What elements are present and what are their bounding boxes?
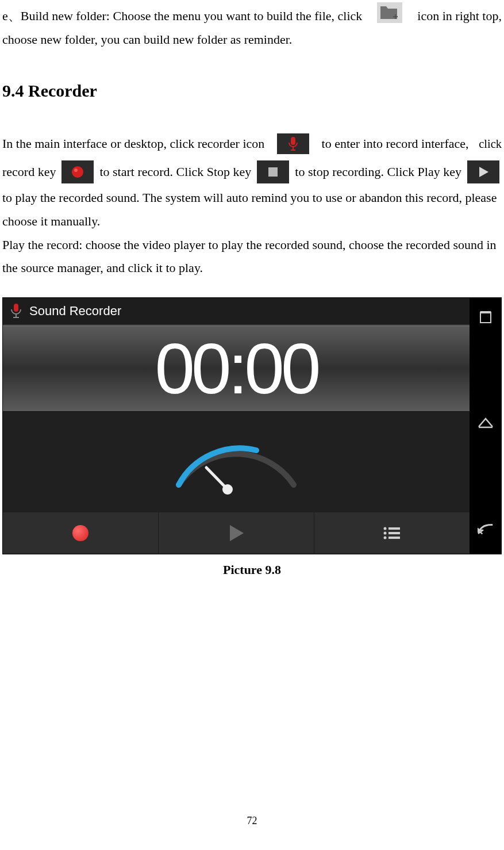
text: the source manager, and click it to play… — [2, 256, 502, 280]
play-icon — [228, 524, 245, 542]
list-button[interactable] — [314, 512, 470, 554]
svg-rect-22 — [480, 311, 491, 313]
record-button-icon — [61, 160, 94, 183]
recorder-paragraph: In the main interface or desktop, click … — [2, 131, 502, 280]
text: In the main interface or desktop, click … — [2, 131, 264, 157]
svg-rect-9 — [14, 304, 18, 312]
svg-rect-2 — [291, 137, 295, 145]
microphone-icon — [9, 303, 24, 320]
stop-button-icon — [257, 160, 289, 183]
text: to play the recorded sound. The system w… — [2, 186, 502, 210]
item-build-new-folder: e、Build new folder: Choose the menu you … — [2, 2, 502, 51]
svg-line-13 — [206, 468, 228, 489]
text: choose it manually. — [2, 210, 502, 233]
text: record key — [2, 158, 56, 187]
svg-rect-16 — [388, 527, 400, 530]
svg-point-6 — [74, 169, 78, 172]
figure-caption: Picture 9.8 — [2, 562, 502, 577]
text: Play the record: choose the video player… — [2, 233, 502, 257]
text: to enter into record interface, — [322, 131, 469, 157]
text: click — [479, 132, 502, 156]
controls-bar — [3, 512, 470, 554]
app-title: Sound Recorder — [29, 304, 121, 319]
text: choose new folder, you can build new fol… — [2, 28, 502, 52]
home-button[interactable] — [478, 415, 494, 431]
svg-rect-21 — [480, 312, 491, 323]
text: to start record. Click Stop key — [99, 158, 251, 187]
svg-point-15 — [384, 527, 387, 530]
vu-meter — [3, 412, 470, 512]
new-folder-icon — [377, 2, 402, 23]
svg-marker-8 — [479, 167, 488, 177]
page-number: 72 — [0, 815, 504, 827]
svg-marker-14 — [230, 525, 244, 541]
recent-apps-button[interactable] — [478, 309, 494, 326]
record-icon — [72, 525, 89, 541]
record-button[interactable] — [3, 512, 159, 554]
play-button-icon — [467, 160, 499, 183]
timer-value: 00:00 — [155, 327, 318, 409]
svg-rect-18 — [388, 532, 400, 534]
svg-point-5 — [72, 166, 83, 178]
svg-point-19 — [384, 536, 387, 539]
list-icon — [383, 526, 401, 540]
text: icon in right top, — [417, 5, 502, 28]
svg-rect-7 — [268, 167, 278, 177]
android-navbar — [470, 298, 501, 554]
svg-rect-20 — [388, 537, 400, 539]
back-button[interactable] — [478, 520, 494, 537]
play-button[interactable] — [159, 512, 314, 554]
text: e、Build new folder: Choose the menu you … — [2, 5, 362, 28]
screenshot-sound-recorder: Sound Recorder 00:00 — [2, 297, 502, 554]
section-heading: 9.4 Recorder — [2, 81, 502, 101]
app-titlebar: Sound Recorder — [3, 298, 470, 326]
recorder-app-icon — [277, 133, 309, 154]
timer-display: 00:00 — [3, 326, 470, 412]
svg-point-17 — [384, 531, 387, 534]
text: to stop recording. Click Play key — [295, 158, 461, 187]
